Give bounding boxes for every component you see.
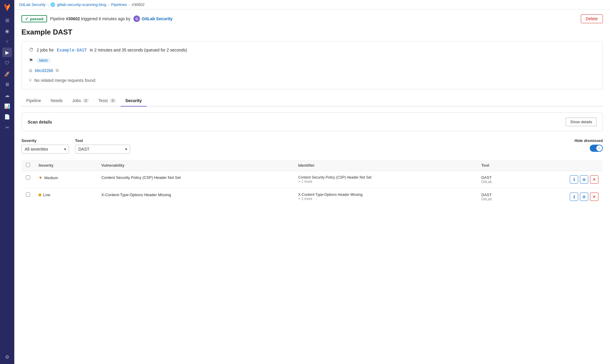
row1-identifier-more: + 1 more <box>298 179 473 184</box>
breadcrumb: GitLab Security › 🌐 gitlab-security-scan… <box>14 0 610 10</box>
row2-vulnerability: X-Content-Type-Options Header Missing <box>101 193 171 197</box>
home-icon[interactable]: ⊞ <box>2 15 12 25</box>
severity-select-wrapper: All severities Critical High Medium Low … <box>21 145 69 154</box>
monitor-icon[interactable]: 🖥 <box>2 80 12 89</box>
row2-dismiss-button[interactable]: ✕ <box>590 193 598 201</box>
row1-dismiss-button[interactable]: ✕ <box>590 175 598 184</box>
row1-severity-cell: ▼ Medium <box>34 171 97 188</box>
tool-label: Tool <box>75 138 130 143</box>
table-row: Low X-Content-Type-Options Header Missin… <box>22 188 603 206</box>
page-title: Example DAST <box>21 28 603 36</box>
row2-vuln-cell[interactable]: X-Content-Type-Options Header Missing <box>97 188 294 206</box>
merge-request-icon[interactable]: ⑂ <box>2 37 12 46</box>
passed-label: passed <box>30 17 43 21</box>
row2-checkbox[interactable] <box>26 193 30 197</box>
row2-tool: DAST <box>481 193 515 197</box>
row1-vulnerability: Content Security Policy (CSP) Header Not… <box>101 175 181 180</box>
pipeline-user[interactable]: G GitLab Security <box>133 15 172 22</box>
settings-icon[interactable]: ⚙ <box>2 352 12 362</box>
deploy-icon[interactable]: 🚀 <box>2 69 12 79</box>
tab-needs[interactable]: Needs <box>46 95 67 107</box>
severity-label: Severity <box>21 138 69 143</box>
pipeline-info-box: ⏱ 2 jobs for Example-DAST in 2 minutes a… <box>21 41 603 89</box>
row2-severity-label: Low <box>43 193 50 197</box>
row2-severity-cell: Low <box>34 188 97 206</box>
content-area: ✓ passed Pipeline #30602 triggered 6 min… <box>14 10 610 364</box>
pipeline-number: #30602 <box>66 16 80 21</box>
row1-vuln-cell[interactable]: Content Security Policy (CSP) Header Not… <box>97 171 294 188</box>
row2-info-button[interactable]: ℹ <box>570 193 578 201</box>
tool-select-wrapper: All tools DAST SAST Dependency Scanning … <box>75 145 130 154</box>
row2-identifier-cell: X-Content-Type-Options Header Missing + … <box>294 188 477 206</box>
merge-row: ⑂ No related merge requests found. <box>29 78 595 83</box>
breadcrumb-pipeline-id: #30602 <box>132 2 144 7</box>
tab-tests-badge: 0 <box>110 99 116 103</box>
tab-tests[interactable]: Tests 0 <box>94 95 121 107</box>
copy-icon[interactable]: ⧉ <box>56 68 59 73</box>
severity-select[interactable]: All severities Critical High Medium Low … <box>21 145 69 154</box>
hide-dismissed-toggle[interactable]: ✓ <box>590 145 603 152</box>
issue-icon[interactable]: ◉ <box>2 26 12 36</box>
commit-hash[interactable]: b6cd32b6 <box>35 68 53 73</box>
th-severity: Severity <box>34 160 97 171</box>
th-checkbox <box>22 160 35 171</box>
tab-security[interactable]: Security <box>121 95 147 107</box>
jobs-text: 2 jobs for <box>37 48 54 52</box>
breadcrumb-repo[interactable]: gitlab-security-scanning-blog <box>57 2 106 7</box>
tab-jobs[interactable]: Jobs 2 <box>67 95 94 107</box>
row1-create-issue-button[interactable]: ⊕ <box>580 175 588 184</box>
tab-pipeline[interactable]: Pipeline <box>21 95 46 107</box>
row2-identifier-more: + 1 more <box>298 197 473 201</box>
badge-row: ⚑ latest <box>29 57 595 63</box>
th-tool: Tool <box>477 160 519 171</box>
ci-cd-icon[interactable]: ▶ <box>2 48 12 57</box>
row1-identifier-cell: Content Security Policy (CSP) Header Not… <box>294 171 477 188</box>
tool-filter-group: Tool All tools DAST SAST Dependency Scan… <box>75 138 130 154</box>
row2-identifier: X-Content-Type-Options Header Missing <box>298 193 473 197</box>
tab-jobs-badge: 2 <box>83 99 89 103</box>
row1-actions-cell: ℹ ⊕ ✕ <box>519 171 603 188</box>
row2-tool-cell: DAST GitLab <box>477 188 519 206</box>
jobs-link[interactable]: Example-DAST <box>57 48 87 52</box>
clock-icon: ⏱ <box>29 47 34 53</box>
row2-checkbox-cell <box>22 188 35 206</box>
gitlab-logo[interactable] <box>2 2 12 12</box>
table-row: ▼ Medium Content Security Policy (CSP) H… <box>22 171 603 188</box>
hide-dismissed-label: Hide dismissed <box>575 138 603 143</box>
delete-button[interactable]: Delete <box>581 14 603 23</box>
breadcrumb-pipelines[interactable]: Pipelines <box>111 2 127 7</box>
snippets-icon[interactable]: ✂ <box>2 123 12 132</box>
table-header-row: Severity Vulnerability Identifier Tool <box>22 160 603 171</box>
row1-tool-cell: DAST GitLab <box>477 171 519 188</box>
jobs-duration: in 2 minutes and 35 seconds (queued for … <box>90 48 187 52</box>
main-content: GitLab Security › 🌐 gitlab-security-scan… <box>14 0 610 364</box>
tool-select[interactable]: All tools DAST SAST Dependency Scanning … <box>75 145 130 154</box>
row2-actions-cell: ℹ ⊕ ✕ <box>519 188 603 206</box>
flag-icon: ⚑ <box>29 57 33 63</box>
severity-filter-group: Severity All severities Critical High Me… <box>21 138 69 154</box>
th-vulnerability: Vulnerability <box>97 160 294 171</box>
infrastructure-icon[interactable]: ☁ <box>2 90 12 100</box>
checkmark-icon: ✓ <box>25 16 29 21</box>
breadcrumb-sep-2: › <box>108 2 109 7</box>
row1-checkbox[interactable] <box>26 175 30 179</box>
breadcrumb-sep-1: › <box>47 2 49 7</box>
show-details-button[interactable]: Show details <box>566 118 597 126</box>
row2-create-issue-button[interactable]: ⊕ <box>580 193 588 201</box>
commit-row: ⊙ b6cd32b6 ⧉ <box>29 68 595 73</box>
breadcrumb-icon: 🌐 <box>50 2 55 7</box>
row1-tool: DAST <box>481 175 515 180</box>
row2-tool-sub: GitLab <box>481 197 515 201</box>
security-icon[interactable]: 🛡 <box>2 58 12 68</box>
breadcrumb-gitlab-security[interactable]: GitLab Security <box>19 2 46 7</box>
select-all-checkbox[interactable] <box>26 163 30 167</box>
row1-info-button[interactable]: ℹ <box>570 175 578 184</box>
row1-checkbox-cell <box>22 171 35 188</box>
wiki-icon[interactable]: 📄 <box>2 112 12 121</box>
medium-severity-icon: ▼ <box>38 175 43 180</box>
analytics-icon[interactable]: 📊 <box>2 101 12 111</box>
row1-severity: ▼ Medium <box>38 175 93 180</box>
breadcrumb-sep-3: › <box>129 2 130 7</box>
pipeline-status-bar: ✓ passed Pipeline #30602 triggered 6 min… <box>21 14 603 23</box>
latest-badge: latest <box>36 58 51 63</box>
